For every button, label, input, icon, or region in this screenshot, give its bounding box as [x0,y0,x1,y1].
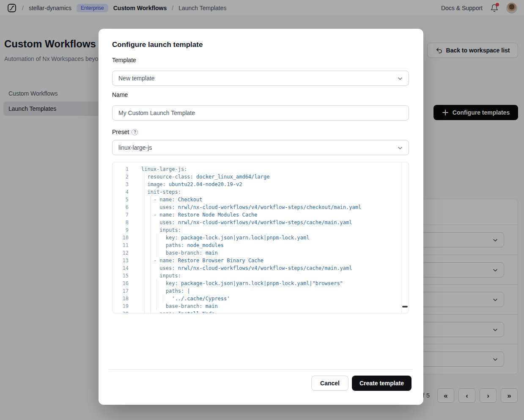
line-number: 9 [112,226,134,234]
code-line: 10 key: package-lock.json|yarn.lock|pnpm… [112,234,409,242]
line-number: 6 [112,203,134,211]
code-line: 2 resource-class: docker_linux_amd64/lar… [112,173,409,181]
code-line: 3 image: ubuntu22.04-node20.19-v2 [112,181,409,188]
code-line: 15 inputs: [112,272,409,280]
line-number: 8 [112,219,134,226]
code-line: 20 - name: Install Node [112,310,409,313]
indent-guide [144,188,145,196]
code-line: 1linux-large-js: [112,165,409,173]
indent-guide [151,242,151,249]
indent-guide [144,302,145,310]
preset-select[interactable]: linux-large-js [112,140,409,155]
line-number: 19 [112,302,134,310]
indent-guide [156,280,157,287]
code-line: 17 paths: | [112,287,409,295]
indent-guide [144,287,145,295]
help-icon[interactable]: ? [132,129,138,135]
line-number: 12 [112,249,134,257]
indent-guide [144,234,145,242]
code-line: 9 inputs: [112,226,409,234]
code-line: 19 base-branch: main [112,302,409,310]
indent-guide [156,249,157,257]
editor-scrollbar-track [401,162,402,313]
indent-guide [144,211,145,219]
indent-guide [151,234,151,242]
indent-guide [151,302,151,310]
cancel-button[interactable]: Cancel [311,376,348,391]
indent-guide [151,295,151,302]
code-line: 5 - name: Checkout [112,196,409,203]
line-number: 1 [112,165,134,173]
code-line: 12 base-branch: main [112,249,409,257]
indent-guide [151,264,151,272]
code-line: 16 key: package-lock.json|yarn.lock|pnpm… [112,280,409,287]
app-screen: / stellar-dynamics Enterprise Custom Wor… [0,0,524,420]
line-number: 16 [112,280,134,287]
code-line: 18 '../.cache/Cypress' [112,295,409,302]
indent-guide [156,242,157,249]
indent-guide [151,226,151,234]
indent-guide [151,280,151,287]
code-line: 11 paths: node_modules [112,242,409,249]
indent-guide [144,280,145,287]
code-line: 4 init-steps: [112,188,409,196]
indent-guide [163,295,163,302]
indent-guide [144,295,145,302]
indent-guide [151,196,151,203]
indent-guide [156,295,157,302]
line-number: 11 [112,242,134,249]
indent-guide [144,173,145,181]
indent-guide [144,257,145,264]
indent-guide [144,242,145,249]
indent-guide [156,234,157,242]
modal-title: Configure launch template [112,41,203,49]
indent-guide [151,211,151,219]
code-line: 13 - name: Restore Browser Binary Cache [112,257,409,264]
editor-scrollbar-thumb[interactable] [402,306,408,307]
name-input[interactable]: My Custom Launch Template [112,105,409,121]
indent-guide [151,219,151,226]
line-number: 3 [112,181,134,188]
indent-guide [151,287,151,295]
code-line: 8 uses: nrwl/nx-cloud-workflows/v4/workf… [112,219,409,226]
line-number: 14 [112,264,134,272]
code-lines: 1linux-large-js:2 resource-class: docker… [112,162,409,313]
indent-guide [144,226,145,234]
line-number: 10 [112,234,134,242]
indent-guide [156,302,157,310]
indent-guide [144,196,145,203]
code-line: 7 - name: Restore Node Modules Cache [112,211,409,219]
indent-guide [156,287,157,295]
indent-guide [144,181,145,188]
create-template-button[interactable]: Create template [352,376,412,391]
indent-guide [144,310,145,313]
chevron-down-icon [397,76,403,82]
template-label: Template [112,57,136,63]
preset-label: Preset [112,129,129,135]
indent-guide [151,272,151,280]
preset-label-row: Preset ? [112,129,138,135]
indent-guide [151,310,151,313]
chevron-down-icon [397,145,403,151]
template-select[interactable]: New template [112,71,409,86]
indent-guide [151,203,151,211]
configure-launch-template-modal: Configure launch template Template New t… [99,29,423,405]
yaml-code-editor[interactable]: 1linux-large-js:2 resource-class: docker… [112,162,409,313]
indent-guide [144,219,145,226]
line-number: 2 [112,173,134,181]
indent-guide [144,264,145,272]
line-number: 5 [112,196,134,203]
line-number: 4 [112,188,134,196]
code-line: 6 uses: nrwl/nx-cloud-workflows/v4/workf… [112,203,409,211]
indent-guide [144,249,145,257]
indent-guide [144,272,145,280]
line-number: 15 [112,272,134,280]
line-number: 7 [112,211,134,219]
line-number: 18 [112,295,134,302]
indent-guide [151,249,151,257]
line-number: 20 [112,310,134,313]
indent-guide [151,257,151,264]
footer-divider [109,369,413,370]
name-label: Name [112,91,128,98]
line-number: 17 [112,287,134,295]
